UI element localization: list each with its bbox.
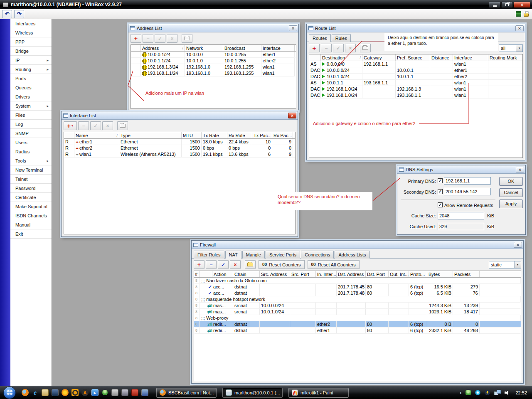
column-header-bytes[interactable]: Bytes xyxy=(427,271,453,277)
sidebar-item-ports[interactable]: Ports xyxy=(10,74,52,83)
display-icon[interactable] xyxy=(111,389,118,396)
table-row[interactable]: Rwlan1Wireless (Atheros AR5213)150019.1 … xyxy=(64,151,295,158)
ok-button[interactable]: OK xyxy=(499,177,523,186)
tab-filter-rules[interactable]: Filter Rules xyxy=(194,251,224,259)
dns-settings-titlebar[interactable]: DNS Settings × xyxy=(397,165,525,174)
column-header-interface[interactable]: Interface xyxy=(453,54,488,61)
sidebar-item-drivers[interactable]: Drivers xyxy=(10,92,52,101)
remove-button[interactable]: − xyxy=(206,260,217,269)
monitor-icon[interactable] xyxy=(141,389,148,396)
enable-button[interactable]: ✓ xyxy=(333,44,344,52)
redo-button[interactable]: ↷ xyxy=(14,10,24,18)
comment-button[interactable] xyxy=(182,34,192,43)
sidebar-item-isdn-channels[interactable]: ISDN Channels xyxy=(10,211,52,220)
interface-list-titlebar[interactable]: Interface List × xyxy=(62,111,298,120)
column-header-destination[interactable]: Destination/ xyxy=(321,54,362,61)
sidebar-item-bridge[interactable]: Bridge xyxy=(10,47,52,56)
table-row[interactable]: Rether1Ethernet150018.0 kbps22.4 kbps109 xyxy=(64,139,295,145)
table-row[interactable]: DAC193.168.1.0/24193.168.1.1wlan1 xyxy=(309,92,522,99)
tab-nat[interactable]: NAT xyxy=(225,251,241,259)
table-row[interactable]: 192.168.1.3/24192.168.1.0192.168.1.255wl… xyxy=(131,64,296,70)
close-button[interactable]: × xyxy=(289,25,297,31)
taskbar-button-paint[interactable]: mikrotik1 - Paint xyxy=(288,388,349,398)
table-row[interactable]: DAC10.0.0.0/2410.0.0.1ether1 xyxy=(309,67,522,74)
start-button[interactable] xyxy=(3,387,16,399)
column-header-dst-address[interactable]: Dst. Address xyxy=(337,271,366,277)
column-header-type[interactable]: Type xyxy=(119,132,182,138)
tab-rules[interactable]: Rules xyxy=(332,34,351,42)
close-button[interactable]: × xyxy=(288,113,296,118)
column-header-packets[interactable]: Packets xyxy=(453,271,480,277)
messenger-tray-icon[interactable] xyxy=(466,390,471,395)
audio-icon[interactable] xyxy=(121,389,128,396)
explorer-icon[interactable] xyxy=(42,389,49,396)
sidebar-item-radius[interactable]: Radius xyxy=(10,147,52,156)
sidebar-item-manual[interactable]: Manual xyxy=(10,220,52,229)
ie-icon[interactable] xyxy=(32,389,39,396)
column-header-mtu[interactable]: MTU xyxy=(182,132,202,138)
tab-service-ports[interactable]: Service Ports xyxy=(266,251,300,259)
sidebar-item-new-terminal[interactable]: New Terminal xyxy=(10,165,52,175)
column-header-src-address[interactable]: Src. Address xyxy=(260,271,290,277)
close-button[interactable]: × xyxy=(514,2,530,8)
disable-button[interactable]: × xyxy=(230,260,241,269)
column-header-dst-port[interactable]: Dst. Port xyxy=(366,271,389,277)
sidebar-item-interfaces[interactable]: Interfaces xyxy=(10,19,52,28)
firewall-filter-dropdown[interactable]: static ▼ xyxy=(489,261,521,268)
minimize-button[interactable] xyxy=(489,2,500,8)
column-header-network[interactable]: Network xyxy=(185,45,223,51)
column-header-broadcast[interactable]: Broadcast xyxy=(223,45,261,51)
table-row[interactable]: DAC10.0.1.0/2410.0.1.1ether2 xyxy=(309,74,522,80)
close-button[interactable]: × xyxy=(514,242,522,248)
column-header-in-interface[interactable]: In. Inter... xyxy=(316,271,337,277)
sidebar-item-wireless[interactable]: Wireless xyxy=(10,28,52,37)
media-center-icon[interactable] xyxy=(71,389,79,396)
table-row[interactable]: 8mas...srcnat10.0.1.0/241023.1 KiB18 417 xyxy=(194,309,521,315)
sidebar-item-certificate[interactable]: Certificate xyxy=(10,193,52,202)
sidebar-item-queues[interactable]: Queues xyxy=(10,83,52,92)
media-player-icon[interactable] xyxy=(91,389,99,396)
column-header-distance[interactable]: Distance xyxy=(430,54,453,61)
column-header-address[interactable]: Address/ xyxy=(141,45,185,51)
table-row[interactable]: 8redir...dstnatether2806 (tcp)0 B0 xyxy=(194,321,521,328)
route-list-titlebar[interactable]: Route List × xyxy=(307,24,525,32)
sidebar-item-snmp[interactable]: SNMP xyxy=(10,129,52,138)
add-button[interactable]: + xyxy=(309,44,320,52)
table-row[interactable]: AS0.0.0.0/0192.168.1.1wlan1 xyxy=(309,61,522,67)
network-tray-icon[interactable] xyxy=(494,390,500,395)
nero-icon[interactable] xyxy=(62,389,69,396)
tab-routes[interactable]: Routes xyxy=(309,34,331,42)
skype-tray-icon[interactable] xyxy=(475,390,480,395)
table-row[interactable]: 8;;;Web-proxy xyxy=(194,315,521,321)
enable-button[interactable]: ✓ xyxy=(90,121,101,130)
sidebar-item-ppp[interactable]: PPP xyxy=(10,37,52,47)
tab-connections[interactable]: Connections xyxy=(301,251,334,259)
sidebar-item-telnet[interactable]: Telnet xyxy=(10,175,52,184)
add-button[interactable]: + xyxy=(194,260,204,269)
volume-tray-icon[interactable] xyxy=(505,390,510,395)
sidebar-item-exit[interactable]: Exit xyxy=(10,229,52,239)
disable-button[interactable]: × xyxy=(102,121,113,130)
taskbar-button-winbox[interactable]: marlthon@10.0.0.1 (... xyxy=(222,388,283,398)
table-row[interactable]: 8acc...dstnat201.7.178.45806 (tcp)16.5 K… xyxy=(194,284,521,290)
address-list-titlebar[interactable]: Address List × xyxy=(128,24,298,32)
secondary-dns-checkbox[interactable]: ✓ xyxy=(438,189,443,194)
tab-address-lists[interactable]: Address Lists xyxy=(335,251,369,259)
sidebar-item-password[interactable]: Password xyxy=(10,184,52,193)
desktop-icon[interactable] xyxy=(52,389,59,396)
add-button[interactable]: + xyxy=(131,34,141,43)
sidebar-item-routing[interactable]: Routing▸ xyxy=(10,65,52,74)
table-row[interactable]: 193.168.1.1/24193.168.1.0193.168.1.255wl… xyxy=(131,70,296,76)
column-header-action[interactable]: Action xyxy=(212,271,233,277)
comment-button[interactable] xyxy=(360,44,371,52)
primary-dns-checkbox[interactable]: ✓ xyxy=(438,178,443,183)
comment-button[interactable] xyxy=(117,121,128,130)
allow-remote-checkbox[interactable]: ✓ xyxy=(438,202,443,207)
table-row[interactable]: Rether2Ethernet15000 bps0 bps00 xyxy=(64,145,295,151)
apply-button[interactable]: Apply xyxy=(499,200,523,208)
sidebar-item-system[interactable]: System▸ xyxy=(10,101,52,111)
table-row[interactable]: 10.0.0.1/2410.0.0.010.0.0.255ether1 xyxy=(131,52,296,58)
column-header-routing-mark[interactable]: Routing Mark xyxy=(488,54,523,61)
messenger-icon[interactable] xyxy=(101,389,108,396)
sidebar-item-tools[interactable]: Tools▸ xyxy=(10,156,52,165)
